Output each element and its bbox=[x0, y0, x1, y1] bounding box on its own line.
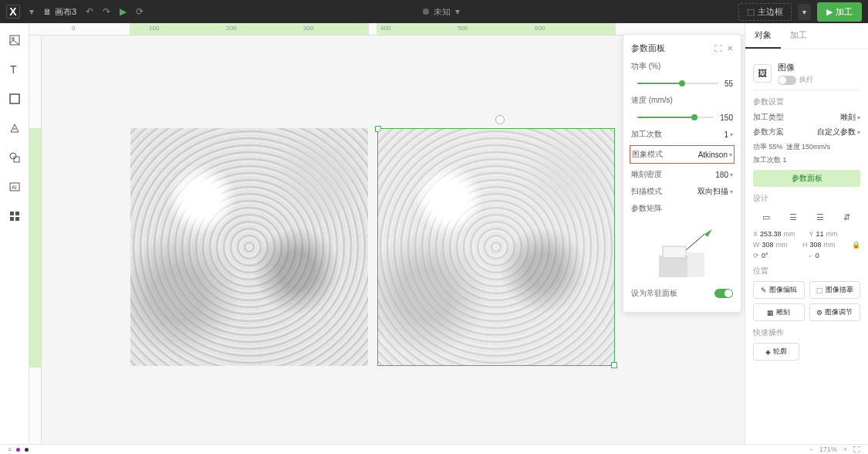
text-tool[interactable]: T bbox=[7, 62, 22, 77]
process-type-value[interactable]: 雕刻▾ bbox=[840, 112, 860, 123]
pass-value[interactable]: 1▾ bbox=[724, 130, 733, 139]
image-edit-button[interactable]: ✎图像编辑 bbox=[753, 281, 805, 299]
topbar: X ▾ 🗎 画布3 ↶ ↷ ▶ ⟳ 未知 ▾ ⬚ 主边框 ▾ ▶ 加工 bbox=[0, 0, 868, 23]
chip-speed: 速度 150mm/s bbox=[786, 142, 831, 152]
pass-label: 加工次数 bbox=[631, 129, 662, 140]
svg-rect-3 bbox=[10, 94, 19, 103]
param-panel: 参数面板 ⛶ ✕ 功率 (%) 55 速度 (mm/s) 150 加工次数1▾ … bbox=[623, 34, 741, 313]
w-input[interactable]: 308 bbox=[762, 241, 774, 249]
section-params: 参数设置 bbox=[753, 97, 860, 107]
image-trace-button[interactable]: ⬚图像描摹 bbox=[809, 281, 861, 299]
zoom-level[interactable]: 171% bbox=[819, 446, 837, 453]
app-logo[interactable]: X bbox=[6, 5, 20, 19]
edit-icon: ✎ bbox=[761, 286, 767, 294]
chip-power: 功率 55% bbox=[753, 142, 783, 152]
shape-tool[interactable] bbox=[7, 150, 22, 165]
image-mode-select[interactable]: Atkinson▾ bbox=[698, 151, 732, 159]
power-slider[interactable] bbox=[637, 83, 718, 84]
svg-text:AI: AI bbox=[12, 185, 17, 190]
image-adjust-button[interactable]: ⚙图像调节 bbox=[809, 303, 861, 321]
refresh-icon[interactable]: ⟳ bbox=[136, 6, 144, 17]
ai-tool[interactable]: AI bbox=[7, 179, 22, 195]
power-value[interactable]: 55 bbox=[724, 80, 733, 88]
apps-tool[interactable] bbox=[7, 208, 22, 224]
svg-rect-9 bbox=[15, 212, 19, 215]
align-center-icon[interactable]: ☰ bbox=[786, 210, 800, 224]
tab-process[interactable]: 加工 bbox=[781, 23, 816, 49]
connection-status[interactable]: 未知 ▾ bbox=[423, 6, 460, 18]
svg-rect-10 bbox=[10, 217, 14, 221]
tab-object[interactable]: 对象 bbox=[745, 23, 781, 49]
bounding-icon: ⬚ bbox=[747, 7, 755, 17]
expand-icon[interactable]: ⛶ bbox=[714, 44, 722, 53]
bounding-dropdown[interactable]: ▾ bbox=[798, 4, 811, 20]
param-scheme-value[interactable]: 自定义参数▾ bbox=[817, 127, 860, 137]
speed-slider[interactable] bbox=[637, 117, 714, 118]
chevron-down-icon: ▾ bbox=[455, 6, 460, 17]
section-design: 设计 bbox=[753, 193, 860, 204]
align-right-icon[interactable]: ☰ bbox=[813, 210, 827, 224]
svg-rect-5 bbox=[14, 157, 19, 162]
execute-toggle[interactable] bbox=[778, 76, 796, 85]
origin-marker[interactable] bbox=[495, 115, 505, 124]
illustration bbox=[631, 221, 733, 283]
rect-tool[interactable] bbox=[7, 91, 22, 107]
process-type-label: 加工类型 bbox=[753, 112, 784, 123]
svg-rect-8 bbox=[10, 212, 14, 215]
h-input[interactable]: 308 bbox=[810, 241, 822, 249]
speed-value[interactable]: 150 bbox=[720, 114, 733, 122]
redo-icon[interactable]: ↷ bbox=[103, 6, 110, 17]
scan-select[interactable]: 双向扫描▾ bbox=[697, 186, 733, 197]
pen-tool[interactable] bbox=[7, 120, 22, 136]
properties-sidebar: 对象 加工 🖼 图像 执行 参数设置 加工类型雕刻▾ 参数方案自定义参数▾ 功率… bbox=[745, 23, 868, 444]
engrave-icon: ▦ bbox=[767, 309, 774, 317]
matrix-label[interactable]: 参数矩阵 bbox=[631, 203, 662, 214]
document-tab[interactable]: 🗎 画布3 bbox=[43, 6, 76, 18]
svg-point-1 bbox=[12, 38, 14, 40]
param-scheme-label: 参数方案 bbox=[753, 127, 784, 137]
canvas-image-1[interactable] bbox=[130, 128, 368, 366]
align-left-icon[interactable]: ▭ bbox=[759, 210, 773, 224]
default-panel-toggle[interactable] bbox=[714, 289, 733, 298]
process-button[interactable]: ▶ 加工 bbox=[817, 2, 862, 22]
execute-label: 执行 bbox=[799, 75, 813, 85]
panel-title: 参数面板 bbox=[631, 42, 665, 54]
file-icon: 🗎 bbox=[43, 7, 52, 16]
play-icon[interactable]: ▶ bbox=[120, 6, 127, 17]
status-text: 未知 bbox=[434, 6, 451, 18]
bounding-box-button[interactable]: ⬚ 主边框 bbox=[738, 3, 792, 21]
object-type: 图像 bbox=[778, 62, 813, 73]
layers-icon[interactable]: ≡ bbox=[8, 446, 12, 453]
close-icon[interactable]: ✕ bbox=[727, 44, 733, 53]
zoom-out-icon[interactable]: − bbox=[809, 446, 812, 453]
flip-icon[interactable]: ⇵ bbox=[840, 210, 854, 224]
undo-icon[interactable]: ↶ bbox=[86, 6, 93, 17]
play-icon: ▶ bbox=[826, 7, 833, 17]
speed-label: 速度 (mm/s) bbox=[631, 95, 673, 106]
statusbar: ≡ − 171% + ⛶ bbox=[0, 444, 868, 454]
zoom-in-icon[interactable]: + bbox=[843, 446, 847, 453]
lock-aspect-icon[interactable]: 🔒 bbox=[852, 241, 860, 249]
density-value[interactable]: 180▾ bbox=[715, 171, 733, 179]
corner-input[interactable]: 0 bbox=[816, 252, 819, 259]
svg-text:T: T bbox=[10, 63, 17, 76]
fit-icon[interactable]: ⛶ bbox=[853, 446, 860, 453]
status-dot-purple[interactable] bbox=[16, 448, 20, 452]
rotation-input[interactable]: 0° bbox=[762, 252, 768, 259]
density-label: 雕刻密度 bbox=[631, 169, 662, 180]
canvas-image-2[interactable] bbox=[377, 128, 615, 366]
open-param-panel-button[interactable]: 参数面板 bbox=[753, 170, 860, 187]
default-panel-label: 设为常驻面板 bbox=[631, 288, 677, 299]
svg-rect-13 bbox=[687, 252, 704, 277]
image-tool[interactable] bbox=[7, 32, 22, 48]
image-type-icon: 🖼 bbox=[753, 64, 772, 83]
y-input[interactable]: 11 bbox=[816, 230, 824, 238]
x-input[interactable]: 253.38 bbox=[760, 230, 782, 238]
outline-button[interactable]: ◈轮廓 bbox=[753, 343, 799, 361]
section-quick: 快速操作 bbox=[753, 327, 860, 338]
status-dot-black[interactable] bbox=[25, 448, 29, 452]
trace-icon: ⬚ bbox=[816, 286, 823, 294]
tool-sidebar: T AI bbox=[0, 23, 29, 444]
chevron-down-icon[interactable]: ▾ bbox=[29, 6, 34, 17]
engrave-button[interactable]: ▦雕刻 bbox=[753, 303, 805, 321]
